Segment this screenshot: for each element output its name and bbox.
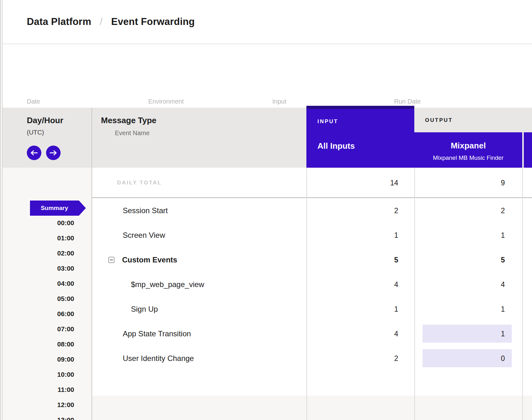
selected-column-indicator (306, 106, 414, 109)
arrow-right-icon (50, 150, 57, 156)
next-day-button[interactable] (46, 146, 61, 160)
event-label: Sign Up (131, 297, 158, 321)
minus-icon[interactable] (108, 257, 115, 263)
breadcrumb-current-page: Event Forwarding (111, 16, 195, 27)
rail-divider (92, 108, 92, 420)
previous-day-button[interactable] (27, 146, 41, 160)
environment-filter-label: Environment (148, 98, 184, 105)
daily-total-label: DAILY TOTAL (117, 168, 162, 198)
event-label: Custom Events (122, 248, 177, 272)
day-hour-subtitle: (UTC) (27, 129, 44, 136)
minus-glyph (110, 260, 113, 260)
message-row: Screen View11 (0, 223, 532, 248)
event-label: $mp_web_page_view (131, 272, 204, 297)
column-divider (414, 168, 415, 420)
message-row: $mp_web_page_view44 (0, 272, 532, 297)
input-column-header[interactable]: INPUT All Inputs (306, 106, 414, 168)
event-label: App State Transition (123, 321, 191, 346)
output-count-cell: 1 (414, 223, 505, 248)
event-name-subtitle: Event Name (115, 129, 150, 137)
breadcrumb: Data Platform / Event Forwarding (27, 0, 195, 44)
output-count-cell: 1 (414, 321, 505, 346)
output-column-header-mixpanel[interactable]: Mixpanel Mixpanel MB Music Finder (414, 132, 522, 168)
output-group-label: OUTPUT (425, 117, 453, 123)
output-count-cell: 4 (414, 272, 505, 297)
event-label: Screen View (123, 223, 165, 248)
event-label: User Identity Change (123, 346, 194, 371)
input-column-name: All Inputs (317, 141, 355, 151)
message-row: User Identity Change20 (0, 346, 532, 371)
daily-total-separator (92, 197, 532, 198)
input-count-cell: 2 (306, 346, 398, 371)
input-count-cell: 4 (306, 321, 398, 346)
day-hour-title: Day/Hour (27, 116, 63, 125)
input-group-label: INPUT (317, 118, 338, 125)
input-count-cell: 2 (306, 198, 398, 223)
daily-total-output-value: 9 (414, 168, 505, 198)
hour-item-1200[interactable]: 12:00 (0, 401, 74, 410)
output-count-cell: 5 (414, 248, 505, 272)
output-count-cell: 2 (414, 198, 505, 223)
breadcrumb-separator: / (100, 16, 103, 27)
input-filter-label: Input (272, 98, 286, 105)
message-row: App State Transition41 (0, 321, 532, 346)
message-rows: Session Start22Screen View11Custom Event… (0, 198, 532, 371)
run-date-label: Run Date (394, 98, 421, 105)
daily-total-input-value: 14 (306, 168, 398, 198)
output-column-subtitle: Mixpanel MB Music Finder (414, 154, 522, 161)
event-forwarding-page: Data Platform / Event Forwarding Date En… (0, 0, 532, 420)
message-type-title: Message Type (101, 116, 157, 125)
hour-item-1100[interactable]: 11:00 (0, 386, 74, 395)
input-count-cell: 5 (306, 248, 398, 272)
breadcrumb-link-data-platform[interactable]: Data Platform (27, 16, 91, 27)
hour-item-1000[interactable]: 10:00 (0, 371, 74, 380)
output-count-cell: 1 (414, 297, 505, 321)
event-label: Session Start (123, 198, 168, 223)
date-filter-label: Date (27, 98, 40, 105)
hour-item-1300[interactable]: 13:00 (0, 416, 74, 420)
empty-grid-area (92, 396, 532, 420)
output-count-cell: 0 (414, 346, 505, 371)
top-bar: Data Platform / Event Forwarding (0, 0, 532, 44)
input-count-cell: 1 (306, 223, 398, 248)
arrow-left-icon (30, 150, 38, 156)
daily-total-row: DAILY TOTAL 14 9 (0, 168, 532, 198)
output-column-name: Mixpanel (414, 141, 522, 151)
input-count-cell: 1 (306, 297, 398, 321)
page-left-edge (0, 0, 3, 420)
message-row: Custom Events55 (0, 248, 532, 272)
message-row: Session Start22 (0, 198, 532, 223)
column-divider (306, 168, 307, 420)
filter-bar: Date Environment Input Run Date 08/08/20… (0, 44, 532, 108)
input-count-cell: 4 (306, 272, 398, 297)
message-row: Sign Up11 (0, 297, 532, 321)
next-output-column-partial (524, 132, 532, 168)
column-divider (522, 168, 523, 420)
